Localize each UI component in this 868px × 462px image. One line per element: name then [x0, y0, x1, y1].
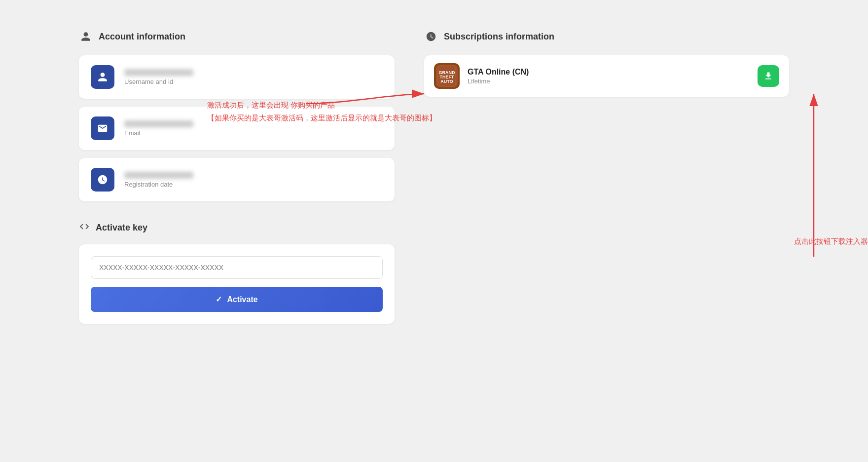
registration-label: Registration date: [124, 181, 193, 188]
registration-content: Registration date: [124, 172, 193, 188]
username-content: Username and id: [124, 69, 193, 85]
subscriptions-section-title: Subscriptions information: [444, 32, 554, 42]
activate-btn-label: Activate: [227, 295, 257, 304]
subscriptions-section-icon: [424, 30, 438, 43]
username-label: Username and id: [124, 78, 193, 85]
activate-button[interactable]: ✓ Activate: [91, 287, 383, 312]
download-button[interactable]: [758, 65, 779, 87]
registration-icon-box: [91, 168, 114, 192]
activate-section-title: Activate key: [96, 223, 147, 233]
registration-card: Registration date: [79, 158, 395, 201]
subscription-info: GTA Online (CN) Lifetime: [468, 68, 750, 85]
right-panel: Subscriptions information GRAND THEFT AU…: [424, 30, 789, 432]
arrow-2-svg: [740, 69, 868, 267]
email-blurred-value: [124, 120, 193, 127]
username-card: Username and id: [79, 55, 395, 99]
account-section-icon: [79, 30, 93, 43]
username-blurred-value: [124, 69, 193, 76]
account-section-header: Account information: [79, 30, 395, 43]
username-icon-box: [91, 65, 114, 89]
email-card: Email: [79, 107, 395, 150]
activate-section-header: Activate key: [79, 221, 395, 234]
email-icon-box: [91, 116, 114, 140]
subscription-card: GRAND THEFT AUTO GTA Online (CN) Lifetim…: [424, 55, 789, 97]
activate-icon: [79, 221, 90, 234]
annotation-text-2: 点击此按钮下载注入器: [794, 237, 868, 246]
registration-blurred-value: [124, 172, 193, 179]
activate-card: ✓ Activate: [79, 244, 395, 324]
svg-text:AUTO: AUTO: [440, 79, 453, 84]
game-name: GTA Online (CN): [468, 68, 750, 77]
activate-check-icon: ✓: [216, 295, 222, 304]
subscriptions-section-header: Subscriptions information: [424, 30, 789, 43]
account-section-title: Account information: [99, 32, 185, 42]
activate-section: Activate key ✓ Activate: [79, 221, 395, 324]
email-content: Email: [124, 120, 193, 137]
game-duration: Lifetime: [468, 77, 750, 85]
left-panel: Account information Username and id: [79, 30, 395, 432]
key-input[interactable]: [91, 256, 383, 279]
download-icon: [763, 71, 773, 81]
email-label: Email: [124, 129, 193, 137]
game-icon: GRAND THEFT AUTO: [434, 63, 460, 89]
